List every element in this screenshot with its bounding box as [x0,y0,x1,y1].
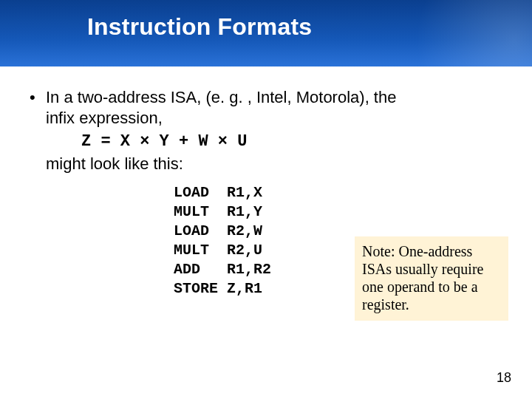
code-line-1: LOAD R1,X [174,184,262,201]
code-line-5: ADD R1,R2 [174,261,271,278]
page-number: 18 [497,370,511,386]
code-line-3: LOAD R2,W [174,222,262,239]
slide-body: In a two-address ISA, (e. g. , Intel, Mo… [28,87,510,175]
slide-title: Instruction Formats [87,13,312,41]
code-line-6: STORE Z,R1 [174,280,262,297]
bullet-item: In a two-address ISA, (e. g. , Intel, Mo… [28,87,510,129]
expression-line: Z = X × Y + W × U [28,130,510,152]
assembly-code: LOAD R1,X MULT R1,Y LOAD R2,W MULT R2,U … [174,183,271,299]
bullet-line-1: In a two-address ISA, (e. g. , Intel, Mo… [46,88,396,106]
infix-expression: Z = X × Y + W × U [81,132,247,151]
code-line-4: MULT R2,U [174,242,262,259]
bullet-line-2: infix expression, [46,108,163,129]
slide: Instruction Formats In a two-address ISA… [0,0,532,399]
might-line: might look like this: [28,154,510,174]
code-line-2: MULT R1,Y [174,203,262,220]
note-box: Note: One-address ISAs usually require o… [355,236,508,321]
note-text: Note: One-address ISAs usually require o… [362,243,483,313]
